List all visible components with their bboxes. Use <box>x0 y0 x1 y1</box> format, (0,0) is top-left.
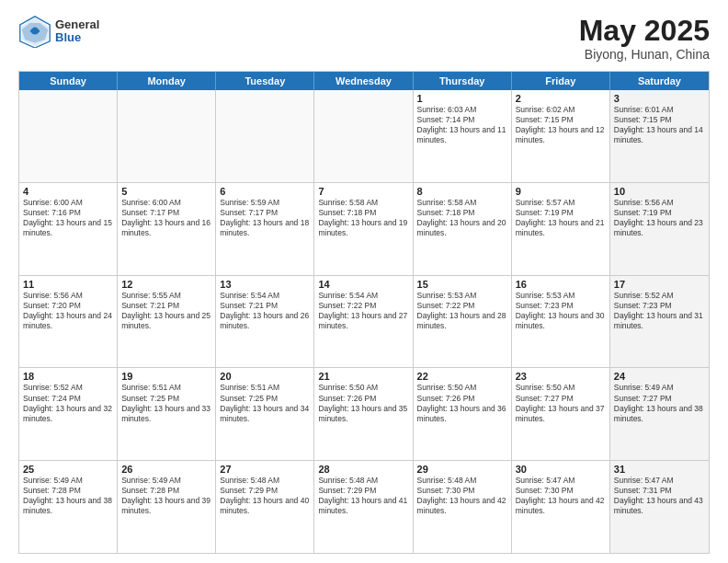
day-info: Sunrise: 5:49 AMSunset: 7:28 PMDaylight:… <box>121 476 211 516</box>
day-cell-19: 19Sunrise: 5:51 AMSunset: 7:25 PMDayligh… <box>118 368 216 460</box>
day-info: Sunrise: 5:50 AMSunset: 7:26 PMDaylight:… <box>318 383 408 423</box>
day-number: 24 <box>614 371 705 382</box>
calendar: SundayMondayTuesdayWednesdayThursdayFrid… <box>18 71 710 554</box>
logo-general-text: General <box>55 18 99 31</box>
weekday-header-friday: Friday <box>512 72 610 90</box>
day-cell-13: 13Sunrise: 5:54 AMSunset: 7:21 PMDayligh… <box>216 276 314 368</box>
day-number: 16 <box>516 279 606 290</box>
day-number: 2 <box>516 93 606 104</box>
calendar-row-3: 11Sunrise: 5:56 AMSunset: 7:20 PMDayligh… <box>19 275 709 368</box>
day-info: Sunrise: 5:49 AMSunset: 7:28 PMDaylight:… <box>23 476 113 516</box>
day-info: Sunrise: 6:00 AMSunset: 7:17 PMDaylight:… <box>121 198 211 238</box>
day-cell-24: 24Sunrise: 5:49 AMSunset: 7:27 PMDayligh… <box>610 368 709 460</box>
day-number: 22 <box>417 371 507 382</box>
day-number: 28 <box>318 464 408 475</box>
logo-text: General Blue <box>55 18 99 45</box>
day-info: Sunrise: 5:50 AMSunset: 7:27 PMDaylight:… <box>516 383 606 423</box>
day-cell-1: 1Sunrise: 6:03 AMSunset: 7:14 PMDaylight… <box>414 90 512 182</box>
empty-cell-r0c3 <box>314 90 413 182</box>
day-info: Sunrise: 6:03 AMSunset: 7:14 PMDaylight:… <box>417 105 507 145</box>
day-info: Sunrise: 5:59 AMSunset: 7:17 PMDaylight:… <box>220 198 310 238</box>
day-info: Sunrise: 5:56 AMSunset: 7:19 PMDaylight:… <box>614 198 705 238</box>
day-cell-28: 28Sunrise: 5:48 AMSunset: 7:29 PMDayligh… <box>314 461 413 553</box>
day-info: Sunrise: 5:52 AMSunset: 7:23 PMDaylight:… <box>614 291 705 331</box>
day-info: Sunrise: 5:54 AMSunset: 7:21 PMDaylight:… <box>220 291 310 331</box>
weekday-header-monday: Monday <box>118 72 216 90</box>
calendar-header: SundayMondayTuesdayWednesdayThursdayFrid… <box>19 72 709 90</box>
day-number: 19 <box>121 371 211 382</box>
day-cell-18: 18Sunrise: 5:52 AMSunset: 7:24 PMDayligh… <box>19 368 118 460</box>
logo-blue-text: Blue <box>55 31 99 44</box>
day-cell-5: 5Sunrise: 6:00 AMSunset: 7:17 PMDaylight… <box>118 183 216 275</box>
day-info: Sunrise: 5:47 AMSunset: 7:30 PMDaylight:… <box>516 476 606 516</box>
day-cell-4: 4Sunrise: 6:00 AMSunset: 7:16 PMDaylight… <box>19 183 118 275</box>
day-info: Sunrise: 5:47 AMSunset: 7:31 PMDaylight:… <box>614 476 705 516</box>
day-cell-2: 2Sunrise: 6:02 AMSunset: 7:15 PMDaylight… <box>512 90 610 182</box>
day-number: 7 <box>318 186 408 197</box>
day-number: 8 <box>417 186 507 197</box>
day-info: Sunrise: 5:50 AMSunset: 7:26 PMDaylight:… <box>417 383 507 423</box>
logo-icon <box>18 15 51 48</box>
day-info: Sunrise: 5:52 AMSunset: 7:24 PMDaylight:… <box>23 383 113 423</box>
day-number: 26 <box>121 464 211 475</box>
logo: General Blue <box>18 15 99 48</box>
day-info: Sunrise: 5:49 AMSunset: 7:27 PMDaylight:… <box>614 383 705 423</box>
day-number: 11 <box>23 279 113 290</box>
day-info: Sunrise: 5:48 AMSunset: 7:29 PMDaylight:… <box>220 476 310 516</box>
weekday-header-wednesday: Wednesday <box>314 72 413 90</box>
day-cell-11: 11Sunrise: 5:56 AMSunset: 7:20 PMDayligh… <box>19 276 118 368</box>
title-month: May 2025 <box>579 15 710 47</box>
day-number: 1 <box>417 93 507 104</box>
day-info: Sunrise: 5:51 AMSunset: 7:25 PMDaylight:… <box>220 383 310 423</box>
day-cell-21: 21Sunrise: 5:50 AMSunset: 7:26 PMDayligh… <box>314 368 413 460</box>
calendar-body: 1Sunrise: 6:03 AMSunset: 7:14 PMDaylight… <box>19 90 709 553</box>
day-info: Sunrise: 5:53 AMSunset: 7:23 PMDaylight:… <box>516 291 606 331</box>
day-info: Sunrise: 6:02 AMSunset: 7:15 PMDaylight:… <box>516 105 606 145</box>
day-cell-27: 27Sunrise: 5:48 AMSunset: 7:29 PMDayligh… <box>216 461 314 553</box>
day-cell-22: 22Sunrise: 5:50 AMSunset: 7:26 PMDayligh… <box>414 368 512 460</box>
day-number: 4 <box>23 186 113 197</box>
day-info: Sunrise: 5:58 AMSunset: 7:18 PMDaylight:… <box>318 198 408 238</box>
day-number: 25 <box>23 464 113 475</box>
day-number: 17 <box>614 279 705 290</box>
title-location: Biyong, Hunan, China <box>579 47 710 62</box>
day-number: 23 <box>516 371 606 382</box>
day-cell-17: 17Sunrise: 5:52 AMSunset: 7:23 PMDayligh… <box>610 276 709 368</box>
day-info: Sunrise: 6:01 AMSunset: 7:15 PMDaylight:… <box>614 105 705 145</box>
header: General Blue May 2025 Biyong, Hunan, Chi… <box>18 15 710 62</box>
day-info: Sunrise: 5:57 AMSunset: 7:19 PMDaylight:… <box>516 198 606 238</box>
empty-cell-r0c0 <box>19 90 118 182</box>
day-number: 6 <box>220 186 310 197</box>
day-cell-9: 9Sunrise: 5:57 AMSunset: 7:19 PMDaylight… <box>512 183 610 275</box>
empty-cell-r0c2 <box>216 90 314 182</box>
weekday-header-tuesday: Tuesday <box>216 72 314 90</box>
calendar-row-2: 4Sunrise: 6:00 AMSunset: 7:16 PMDaylight… <box>19 182 709 275</box>
day-number: 3 <box>614 93 705 104</box>
day-number: 9 <box>516 186 606 197</box>
day-cell-7: 7Sunrise: 5:58 AMSunset: 7:18 PMDaylight… <box>314 183 413 275</box>
day-number: 15 <box>417 279 507 290</box>
day-number: 14 <box>318 279 408 290</box>
day-info: Sunrise: 5:55 AMSunset: 7:21 PMDaylight:… <box>121 291 211 331</box>
day-number: 18 <box>23 371 113 382</box>
day-cell-3: 3Sunrise: 6:01 AMSunset: 7:15 PMDaylight… <box>610 90 709 182</box>
day-info: Sunrise: 5:53 AMSunset: 7:22 PMDaylight:… <box>417 291 507 331</box>
day-cell-29: 29Sunrise: 5:48 AMSunset: 7:30 PMDayligh… <box>414 461 512 553</box>
day-info: Sunrise: 5:48 AMSunset: 7:30 PMDaylight:… <box>417 476 507 516</box>
day-number: 29 <box>417 464 507 475</box>
empty-cell-r0c1 <box>118 90 216 182</box>
day-info: Sunrise: 5:58 AMSunset: 7:18 PMDaylight:… <box>417 198 507 238</box>
day-cell-30: 30Sunrise: 5:47 AMSunset: 7:30 PMDayligh… <box>512 461 610 553</box>
day-info: Sunrise: 5:48 AMSunset: 7:29 PMDaylight:… <box>318 476 408 516</box>
day-cell-12: 12Sunrise: 5:55 AMSunset: 7:21 PMDayligh… <box>118 276 216 368</box>
day-cell-31: 31Sunrise: 5:47 AMSunset: 7:31 PMDayligh… <box>610 461 709 553</box>
day-cell-16: 16Sunrise: 5:53 AMSunset: 7:23 PMDayligh… <box>512 276 610 368</box>
day-number: 13 <box>220 279 310 290</box>
day-info: Sunrise: 6:00 AMSunset: 7:16 PMDaylight:… <box>23 198 113 238</box>
day-cell-14: 14Sunrise: 5:54 AMSunset: 7:22 PMDayligh… <box>314 276 413 368</box>
day-cell-20: 20Sunrise: 5:51 AMSunset: 7:25 PMDayligh… <box>216 368 314 460</box>
day-number: 12 <box>121 279 211 290</box>
calendar-row-5: 25Sunrise: 5:49 AMSunset: 7:28 PMDayligh… <box>19 460 709 553</box>
weekday-header-sunday: Sunday <box>19 72 118 90</box>
day-number: 21 <box>318 371 408 382</box>
